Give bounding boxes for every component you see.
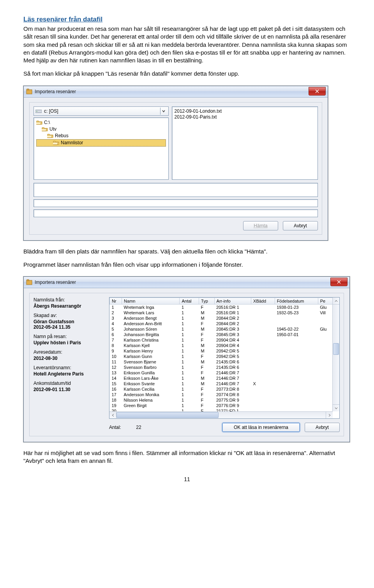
close-button[interactable] [309,87,326,96]
paragraph-intro: Om man har producerat en resa som man ha… [23,25,351,64]
text-field[interactable] [34,183,318,197]
folder-item-selected[interactable]: Namnlistor [36,139,166,147]
screenshot-file-browser: Importera resenärer c: [OS] [23,86,328,241]
folder-open-icon [47,133,53,138]
scroll-thumb[interactable] [116,412,219,418]
label: Avresedatum: [34,349,104,355]
scroll-left-icon[interactable] [109,412,116,418]
label: Ankomstdatum/tid [34,381,104,386]
text-field[interactable] [34,199,318,207]
drive-dropdown[interactable]: c: [OS] [34,106,169,116]
column-header[interactable]: Födelsedatum [275,298,318,305]
value: Upplev hösten i Paris [34,340,104,345]
file-item[interactable]: 2012-09-01-London.txt [175,108,315,114]
vertical-scrollbar[interactable] [332,298,339,411]
svg-rect-1 [27,89,29,90]
section-heading: Läs resenärer från datafil [23,16,351,23]
value: Åbergs Researrangör [34,303,104,309]
antal-label: Antal: [109,425,121,430]
paragraph-browse: Bläddra fram till den plats där namnfile… [23,248,351,255]
hamta-button[interactable]: Hämta [243,221,278,230]
app-icon [26,279,32,285]
table-row[interactable]: 18Nilsson Helena1F20775:DR 9 [110,397,333,403]
label: Leverantörsnamn: [34,365,104,370]
info-panel: Namnlista från: Åbergs Researrangör Skap… [34,297,104,432]
scroll-right-icon[interactable] [326,412,333,418]
folder-item[interactable]: C:\ [36,119,166,126]
table-row[interactable]: 13Eriksson Gunilla1F21446:DR 7 [110,370,333,375]
dialog-title: Importera resenärer [35,89,76,94]
titlebar: Importera resenärer [24,86,328,97]
column-header[interactable]: Nr [110,298,122,305]
chevron-down-icon[interactable] [160,108,167,115]
folder-open-icon [42,126,48,132]
svg-rect-5 [27,280,29,281]
horizontal-scrollbar[interactable] [109,411,333,418]
folder-open-icon [53,140,59,145]
table-row[interactable]: 7Karlsson Christina1F20904:DR 4 [110,337,333,343]
value: 2012-05-24 11.35 [34,324,104,330]
antal-value: 22 [126,425,141,430]
table-row[interactable]: 6Johansson Birgitta1F20845:DR 31950-07-0… [110,332,333,337]
folder-open-icon [36,120,42,125]
paragraph-reads: Programmet läser namnlistan från filen o… [23,261,351,269]
value: Göran Gustafsson [34,319,104,324]
paragraph-confirm: Här har ni möjlighet att se vad som finn… [23,449,351,465]
table-row[interactable]: 8Karlsson Kjell1M20904:DR 4 [110,343,333,348]
column-header[interactable]: XBädd [251,298,275,305]
column-header[interactable]: Typ [199,298,215,305]
folder-tree[interactable]: C:\ Utv Rebus Namnlistor [34,117,169,180]
label: Skapad av: [34,313,104,318]
text-field[interactable] [34,209,318,217]
table-row[interactable]: 3Andersson Bengt1M20844:DR 2 [110,315,333,321]
screenshot-import-list: Importera resenärer Namnlista från: Åber… [23,276,350,442]
avbryt-button[interactable]: Avbryt [283,221,318,230]
table-row[interactable]: 12Svensson Barbro1F21435:DR 6 [110,365,333,370]
file-item[interactable]: 2012-09-01-Paris.txt [175,114,315,120]
table-row[interactable]: 9Karlsson Henry1M20942:DR 5 [110,348,333,354]
folder-item[interactable]: Rebus [36,133,166,139]
avbryt-button[interactable]: Avbryt [305,423,340,432]
drive-icon [35,109,42,113]
label: Namnlista från: [34,297,104,303]
table-row[interactable]: 19Green Birgit1F20776:DR 9 [110,403,333,408]
table-row[interactable]: 4Andersson Ann-Britt1F20844:DR 2 [110,321,333,326]
folder-item[interactable]: Utv [36,126,166,133]
traveler-table[interactable]: NrNamnAntalTypArr-infoXBäddFödelsedatumP… [109,297,340,419]
titlebar: Importera resenärer [24,277,349,288]
scroll-down-icon[interactable] [333,404,339,411]
table-row[interactable]: 1Wretemark Inga1F20516:DR 11938-01-23Glu [110,305,333,310]
table-row[interactable]: 2Wretemark Lars1M20516:DR 11932-05-23Vil… [110,310,333,315]
value: Hotell Angleterre Paris [34,371,104,377]
value: 2012-08-30 [34,356,104,361]
close-button[interactable] [330,278,348,286]
paragraph-open-dialog: Så fort man klickar på knappen "Läs rese… [23,70,351,78]
file-list[interactable]: 2012-09-01-London.txt 2012-09-01-Paris.t… [172,106,318,180]
table-row[interactable]: 17Andersson Monika1F20774:DR 8 [110,392,333,397]
table-row[interactable]: 10Karlsson Gunn1F20942:DR 5 [110,354,333,359]
drive-label: c: [OS] [44,108,58,114]
page-number: 11 [23,476,351,482]
dialog-title: Importera resenärer [35,280,76,285]
column-header[interactable]: Arr-info [214,298,251,305]
svg-rect-0 [26,90,32,94]
ok-read-button[interactable]: OK att läsa in resenärerna [222,423,300,432]
svg-rect-4 [26,280,32,285]
value: 2012-09-01 11.30 [34,387,104,392]
scroll-thumb[interactable] [333,343,339,355]
column-header[interactable]: Namn [122,298,180,305]
label: Namn på resan: [34,334,104,339]
app-icon [26,89,32,95]
table-row[interactable]: 15Eriksson Svante1M21446:DR 7X [110,381,333,386]
table-row[interactable]: 5Johansson Sören1M20845:DR 31945-02-22Gl… [110,326,333,332]
table-row[interactable]: 16Karlsson Cecilia1F20773:DR 8 [110,386,333,392]
column-header[interactable]: Pe [318,298,332,305]
table-row[interactable]: 14Eriksson Lars-Åke1M21446:DR 7 [110,375,333,381]
table-row[interactable]: 11Svensson Bjarne1M21435:DR 6 [110,359,333,365]
svg-rect-3 [36,111,37,112]
column-header[interactable]: Antal [180,298,199,305]
scroll-up-icon[interactable] [333,298,339,305]
